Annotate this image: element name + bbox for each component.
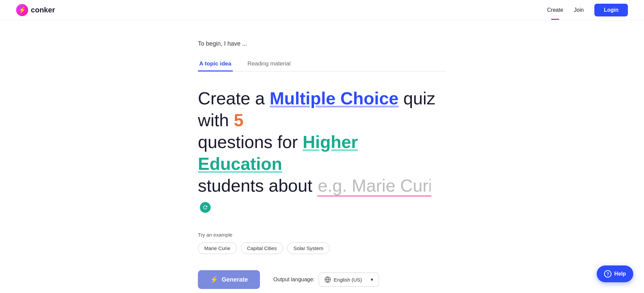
quiz-type-text[interactable]: Multiple Choice (270, 89, 398, 108)
quiz-builder-sentence: Create a Multiple Choice quiz with 5 que… (198, 88, 446, 218)
globe-icon (324, 276, 331, 283)
generate-button[interactable]: ⚡ Generate (198, 270, 260, 289)
login-button[interactable]: Login (594, 4, 628, 16)
about-label-text: students about (198, 176, 317, 195)
help-label: Help (614, 271, 626, 277)
language-dropdown[interactable]: English (US) ▾ (319, 273, 379, 287)
chip-marie-curie[interactable]: Marie Curie (198, 242, 237, 254)
help-question-icon: ? (604, 270, 611, 278)
language-text-group: English (US) (324, 276, 362, 283)
prefix-text: Create a (198, 89, 270, 108)
topic-input-wrapper (317, 175, 431, 197)
tabs: A topic idea Reading material (198, 57, 446, 71)
chip-solar-system[interactable]: Solar System (287, 242, 330, 254)
output-language-label: Output language: (273, 277, 315, 283)
example-chips: Marie Curie Capital Cities Solar System (198, 242, 446, 254)
nav-right: Create Join Login (547, 4, 628, 16)
tab-reading[interactable]: Reading material (246, 57, 292, 71)
nav-create[interactable]: Create (547, 7, 563, 13)
generate-section: ⚡ Generate Output language: English (US)… (198, 270, 446, 289)
header: ⚡ conker Create Join Login (0, 0, 644, 20)
logo-area: ⚡ conker (16, 4, 55, 16)
generate-label: Generate (222, 276, 248, 283)
for-label-text: questions for (198, 132, 303, 152)
output-language-area: Output language: English (US) ▾ (273, 273, 379, 287)
logo-text: conker (31, 6, 55, 14)
help-button[interactable]: ? Help (597, 265, 633, 282)
chip-capital-cities[interactable]: Capital Cities (241, 242, 283, 254)
nav-join[interactable]: Join (574, 7, 584, 13)
chevron-down-icon: ▾ (371, 277, 373, 283)
logo-icon: ⚡ (16, 4, 28, 16)
refresh-topic-button[interactable] (200, 202, 211, 213)
question-count-text[interactable]: 5 (234, 110, 244, 130)
selected-language: English (US) (334, 277, 362, 283)
tab-topic[interactable]: A topic idea (198, 57, 233, 71)
intro-label: To begin, I have ... (198, 40, 446, 47)
try-example-section: Try an example Marie Curie Capital Citie… (198, 232, 446, 254)
topic-input[interactable] (317, 176, 431, 196)
bolt-icon: ⚡ (210, 276, 218, 284)
main-content: To begin, I have ... A topic idea Readin… (191, 20, 453, 293)
try-example-label: Try an example (198, 232, 446, 238)
